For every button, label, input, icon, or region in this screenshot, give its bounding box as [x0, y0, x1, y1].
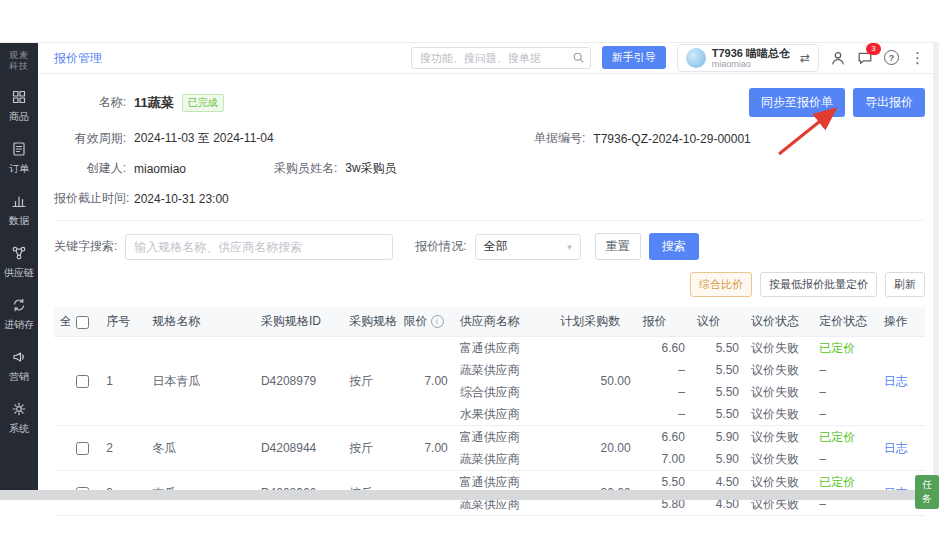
info-row-deadline: 报价截止时间: 2024-10-31 23:00	[54, 190, 925, 207]
table-toolbar: 综合比价 按最低报价批量定价 刷新	[54, 272, 925, 297]
sidebar-item-marketing[interactable]: 营销	[0, 340, 38, 392]
task-float-button[interactable]: 任务	[915, 475, 939, 509]
bargain-status: 议价失败	[745, 381, 813, 403]
info-row-creator: 创建人: miaomiao 采购员姓名: 3w采购员	[54, 160, 925, 177]
creator-label: 创建人:	[54, 160, 126, 177]
contacts-icon[interactable]	[830, 50, 846, 66]
avatar	[686, 48, 706, 68]
doc-no-label: 单据编号:	[534, 130, 585, 147]
search-button[interactable]: 搜索	[649, 233, 699, 260]
breadcrumb[interactable]: 报价管理	[54, 50, 102, 67]
sidebar-item-label: 订单	[9, 162, 29, 176]
orders-icon	[11, 141, 27, 159]
sidebar-item-system[interactable]: 系统	[0, 392, 38, 444]
pricing-status: –	[813, 359, 877, 381]
bargain-value: 5.90	[691, 426, 745, 449]
marketing-icon	[11, 349, 27, 367]
guide-button[interactable]: 新手引导	[602, 46, 666, 69]
supplier-name: 富通供应商	[454, 426, 554, 449]
planned-qty: 50.00	[554, 337, 636, 426]
info-row-name: 名称: 11蔬菜 已完成 同步至报价单 导出报价	[54, 88, 925, 117]
data-icon	[11, 193, 27, 211]
sync-to-quotation-button[interactable]: 同步至报价单	[749, 88, 845, 117]
vertical-scrollbar[interactable]	[933, 43, 939, 489]
bargain-value: 5.50	[691, 381, 745, 403]
quote-value: –	[637, 403, 691, 426]
switch-store-icon[interactable]: ⇄	[800, 51, 810, 65]
sidebar-item-label: 进销存	[4, 318, 34, 332]
batch-lowest-price-button[interactable]: 按最低报价批量定价	[760, 272, 877, 297]
inventory-icon	[11, 297, 27, 315]
refresh-button[interactable]: 刷新	[885, 272, 925, 297]
select-all-checkbox[interactable]	[76, 316, 89, 329]
sidebar-item-data[interactable]: 数据	[0, 184, 38, 236]
content: 名称: 11蔬菜 已完成 同步至报价单 导出报价 有效周期: 2024-11-0…	[38, 74, 939, 516]
spec-name: 冬瓜	[146, 426, 254, 471]
status-badge: 已完成	[182, 94, 224, 112]
quote-status-select[interactable]: 全部 ▾	[475, 234, 581, 260]
app-window: 观麦科技 商品 订单 数据	[0, 42, 939, 490]
more-menu-icon[interactable]: ⋮	[910, 50, 925, 65]
sidebar-item-orders[interactable]: 订单	[0, 132, 38, 184]
price-limit: 7.00	[398, 337, 454, 426]
supplier-name: 蔬菜供应商	[454, 359, 554, 381]
header-bargain: 议价	[691, 307, 745, 337]
header-actions: 操作	[878, 307, 925, 337]
buyer-label: 采购员姓名:	[274, 160, 337, 177]
sidebar-item-supply-chain[interactable]: 供应链	[0, 236, 38, 288]
info-icon[interactable]: i	[431, 315, 444, 328]
row-index: 2	[100, 426, 146, 471]
pricing-status: 已定价	[813, 426, 877, 449]
period-label: 有效周期:	[54, 130, 126, 147]
user-account: miaomiao	[712, 59, 790, 69]
pricing-status: 已定价	[813, 337, 877, 360]
header-supplier-name: 供应商名称	[454, 307, 554, 337]
help-icon[interactable]: ?	[884, 50, 899, 65]
quote-value: 6.60	[637, 337, 691, 360]
app-logo: 观麦科技	[7, 50, 31, 72]
search-icon[interactable]	[572, 51, 585, 64]
global-search	[411, 47, 591, 69]
supply-chain-icon	[11, 245, 27, 263]
table-wrap: 全 序号 规格名称 采购规格ID 采购规格 限价i 供应商名称 计划采购数 报价…	[54, 307, 925, 516]
log-link[interactable]: 日志	[884, 441, 908, 455]
keyword-input[interactable]	[125, 234, 393, 260]
row-checkbox[interactable]	[76, 442, 89, 455]
log-link[interactable]: 日志	[884, 374, 908, 388]
products-icon	[11, 89, 27, 107]
supplier-name: 综合供应商	[454, 381, 554, 403]
table-row: 1 日本青瓜 D4208979 按斤 7.00 富通供应商 50.00 6.60…	[54, 337, 925, 360]
topbar-right: 新手引导 T7936 喵喵总仓 miaomiao ⇄ 3	[411, 44, 925, 73]
sidebar-item-products[interactable]: 商品	[0, 80, 38, 132]
chevron-down-icon: ▾	[567, 242, 572, 252]
system-gear-icon	[11, 401, 27, 419]
horizontal-scrollbar[interactable]	[0, 490, 939, 500]
user-menu[interactable]: T7936 喵喵总仓 miaomiao ⇄	[677, 44, 819, 73]
filter-bar: 关键字搜索: 报价情况: 全部 ▾ 重置 搜索	[54, 220, 925, 260]
spec-id: D4208944	[255, 426, 343, 471]
spec-name: 日本青瓜	[146, 337, 254, 426]
keyword-label: 关键字搜索:	[54, 238, 117, 255]
info-row-period: 有效周期: 2024-11-03 至 2024-11-04 单据编号: T793…	[54, 130, 925, 147]
sidebar-item-label: 数据	[9, 214, 29, 228]
user-name: T7936 喵喵总仓	[712, 47, 790, 60]
header-price-limit: 限价i	[398, 307, 454, 337]
global-search-input[interactable]	[411, 47, 591, 69]
sidebar-item-inventory[interactable]: 进销存	[0, 288, 38, 340]
bargain-status: 议价失败	[745, 337, 813, 360]
reset-button[interactable]: 重置	[595, 233, 641, 260]
row-checkbox[interactable]	[76, 375, 89, 388]
header-spec-name: 规格名称	[146, 307, 254, 337]
spec-id: D4208979	[255, 337, 343, 426]
quote-value: 7.00	[637, 448, 691, 471]
purchase-spec: 按斤	[343, 337, 397, 426]
price-limit: 7.00	[398, 426, 454, 471]
compare-prices-button[interactable]: 综合比价	[690, 272, 752, 297]
deadline-label: 报价截止时间:	[54, 190, 126, 207]
export-quotation-button[interactable]: 导出报价	[853, 88, 925, 117]
message-icon[interactable]: 3	[857, 50, 873, 66]
sidebar-item-label: 营销	[9, 370, 29, 384]
quote-status-label: 报价情况:	[415, 238, 466, 255]
creator-value: miaomiao	[134, 162, 274, 176]
deadline-value: 2024-10-31 23:00	[134, 192, 229, 206]
